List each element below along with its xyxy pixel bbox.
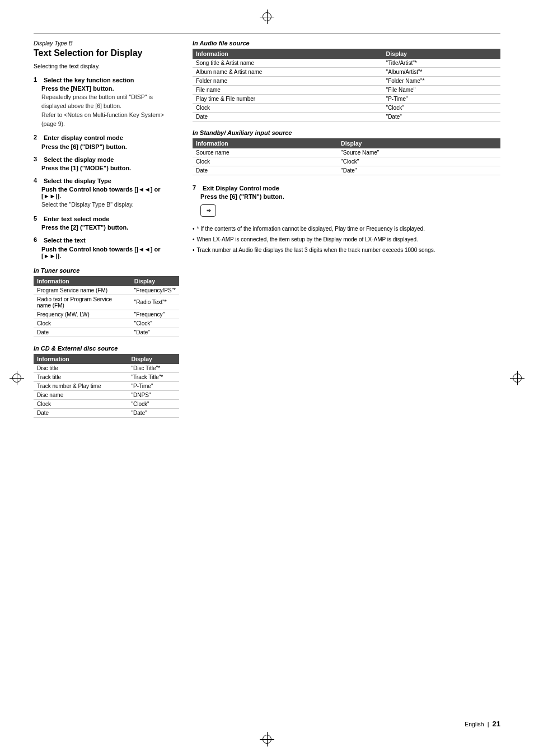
page-footer: English | 21 — [465, 720, 500, 728]
standby-col1-header: Information — [193, 138, 338, 148]
reg-mark-bottom — [263, 735, 271, 744]
page-divider: | — [488, 721, 489, 727]
tuner-col2-header: Display — [131, 276, 179, 286]
table-cell: "P-Time" — [128, 381, 179, 390]
step-4-title: Select the display Type — [44, 177, 111, 185]
table-cell: Date — [34, 328, 131, 337]
table-cell: "File Name" — [383, 86, 500, 95]
table-row: Radio text or Program Service name (FM)"… — [34, 295, 179, 310]
bullet-item: •When LX-AMP is connected, the item setu… — [193, 235, 500, 244]
cd-col1-header: Information — [34, 354, 128, 364]
standby-table: Information Display Source name"Source N… — [193, 138, 500, 175]
step-1-num: 1 — [34, 76, 41, 84]
table-cell: "Frequency/PS"* — [131, 286, 179, 295]
tuner-col1-header: Information — [34, 276, 131, 286]
tuner-source-heading: In Tuner source — [34, 267, 179, 274]
table-cell: "Clock" — [128, 399, 179, 408]
step-4-action: Push the Control knob towards [|◄◄] or [… — [34, 186, 179, 199]
table-cell: Source name — [193, 148, 338, 157]
table-row: Disc name"DNPS" — [34, 390, 179, 399]
table-cell: "Track Title"* — [128, 372, 179, 381]
step-2-title: Enter display control mode — [44, 134, 123, 142]
table-row: File name"File Name" — [193, 86, 500, 95]
audio-source-heading: In Audio file source — [193, 40, 500, 46]
bullet-dot: • — [193, 246, 195, 254]
table-cell: Track title — [34, 372, 128, 381]
table-cell: "Album/Artist"* — [383, 68, 500, 77]
step-7-num: 7 — [193, 184, 200, 192]
step-1-desc: Repeatedly press the button until "DISP"… — [34, 93, 179, 128]
table-row: Date"Date" — [193, 113, 500, 122]
table-cell: Date — [34, 408, 128, 417]
step-5-title: Enter text select mode — [44, 215, 109, 223]
table-row: Frequency (MW, LW)"Frequency" — [34, 310, 179, 319]
step-5: 5 Enter text select mode Press the [2] (… — [34, 215, 179, 231]
step-3-action: Press the [1] ("MODE") button. — [34, 165, 179, 171]
audio-table: Information Display Song title & Artist … — [193, 49, 500, 122]
table-cell: "P-Time" — [383, 95, 500, 104]
table-cell: Program Service name (FM) — [34, 286, 131, 295]
page-lang: English — [465, 721, 484, 727]
step-2-num: 2 — [34, 134, 41, 142]
table-cell: "Date" — [131, 328, 179, 337]
table-row: Folder name"Folder Name"* — [193, 77, 500, 86]
table-row: Date"Date" — [34, 328, 179, 337]
step-6-num: 6 — [34, 236, 41, 244]
table-cell: Clock — [34, 319, 131, 328]
left-column: Display Type B Text Selection for Displa… — [34, 40, 179, 420]
table-cell: Play time & File number — [193, 95, 383, 104]
table-cell: "Clock" — [338, 157, 500, 166]
table-cell: Clock — [193, 157, 338, 166]
step-1-title: Select the key function section — [44, 76, 134, 84]
table-cell: Date — [193, 166, 338, 175]
content-area: Display Type B Text Selection for Displa… — [34, 40, 500, 420]
display-type-label: Display Type B — [34, 40, 179, 46]
table-cell: "Folder Name"* — [383, 77, 500, 86]
table-row: Disc title"Disc Title"* — [34, 364, 179, 373]
step-2-action: Press the [6] ("DISP") button. — [34, 143, 179, 150]
step-2: 2 Enter display control mode Press the [… — [34, 134, 179, 150]
step-4: 4 Select the display Type Push the Contr… — [34, 177, 179, 209]
bullet-dot: • — [193, 235, 195, 244]
bullet-item: •Track number at Audio file displays the… — [193, 246, 500, 254]
audio-col1-header: Information — [193, 49, 383, 59]
table-cell: Frequency (MW, LW) — [34, 310, 131, 319]
right-column: In Audio file source Information Display… — [193, 40, 500, 420]
top-rule — [34, 34, 500, 34]
bullet-dot: • — [193, 225, 195, 233]
step-6-action: Push the Control knob towards [|◄◄] or [… — [34, 246, 179, 259]
step-5-action: Press the [2] ("TEXT") button. — [34, 224, 179, 231]
step-1-action: Press the [NEXT] button. — [34, 85, 179, 92]
step-6-title: Select the text — [44, 236, 86, 244]
table-cell: "Date" — [383, 113, 500, 122]
table-cell: "Frequency" — [131, 310, 179, 319]
table-row: Play time & File number"P-Time" — [193, 95, 500, 104]
table-cell: "Clock" — [383, 104, 500, 113]
reg-mark-top — [263, 12, 271, 21]
page-number: 21 — [493, 720, 500, 728]
table-cell: Clock — [193, 104, 383, 113]
table-cell: "DNPS" — [128, 390, 179, 399]
table-cell: "Date" — [128, 408, 179, 417]
table-cell: Album name & Artist name — [193, 68, 383, 77]
rtn-icon: ⇒ — [200, 204, 216, 217]
cd-source-heading: In CD & External disc source — [34, 345, 179, 352]
table-cell: "Disc Title"* — [128, 364, 179, 373]
audio-col2-header: Display — [383, 49, 500, 59]
table-row: Date"Date" — [193, 166, 500, 175]
reg-mark-left — [12, 374, 21, 382]
table-row: Clock"Clock" — [193, 157, 500, 166]
step-3: 3 Select the display mode Press the [1] … — [34, 156, 179, 171]
table-cell: Radio text or Program Service name (FM) — [34, 295, 131, 310]
table-cell: Disc name — [34, 390, 128, 399]
table-row: Date"Date" — [34, 408, 179, 417]
table-row: Song title & Artist name"Title/Artist"* — [193, 59, 500, 68]
step-4-num: 4 — [34, 177, 41, 185]
table-row: Track title"Track Title"* — [34, 372, 179, 381]
standby-col2-header: Display — [338, 138, 500, 148]
table-cell: Date — [193, 113, 383, 122]
bullet-text: * If the contents of the information can… — [197, 225, 425, 233]
cd-table: Information Display Disc title"Disc Titl… — [34, 354, 179, 418]
step-3-num: 3 — [34, 156, 41, 164]
table-cell: Clock — [34, 399, 128, 408]
